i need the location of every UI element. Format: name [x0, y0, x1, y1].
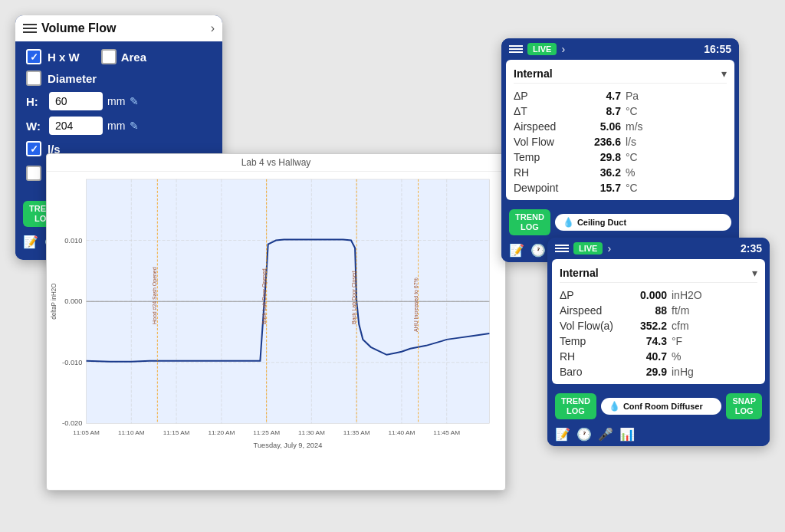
live-row-unit: °C [621, 182, 659, 194]
live-data-row: ΔT 8.7 °C [514, 103, 727, 119]
svg-text:11:45 AM: 11:45 AM [433, 429, 460, 436]
live-data-row: ΔP 0.000 inH2O [560, 287, 757, 303]
live1-dropdown-chevron-icon[interactable]: ▾ [721, 67, 727, 80]
hamburger-icon[interactable] [23, 24, 37, 33]
live1-device-tag: 💧 Ceiling Duct [555, 214, 731, 231]
chart-title: Lab 4 vs Hallway [47, 154, 505, 172]
live2-dropdown[interactable]: Internal ▾ [560, 264, 757, 283]
svg-text:Tuesday, July 9, 2024: Tuesday, July 9, 2024 [254, 442, 323, 449]
live-row-name: Temp [514, 151, 575, 163]
live-data-row: ΔP 4.7 Pa [514, 88, 727, 103]
live-row-unit: °C [621, 105, 659, 117]
live-panel-1: LIVE › 16:55 Internal ▾ ΔP 4.7 Pa ΔT 8.7… [501, 38, 739, 262]
svg-text:11:20 AM: 11:20 AM [208, 429, 235, 436]
live2-icon-row: 📝 🕐 🎤 📊 [547, 424, 770, 446]
live2-clock-icon[interactable]: 🕐 [576, 427, 592, 442]
live2-device-tag: 💧 Conf Room Diffuser [601, 398, 722, 415]
live1-data-rows: ΔP 4.7 Pa ΔT 8.7 °C Airspeed 5.06 m/s Vo… [514, 88, 727, 195]
live-row-value: 352.2 [621, 320, 667, 332]
live1-device-name: Ceiling Duct [577, 218, 626, 227]
live2-mic-icon[interactable]: 🎤 [598, 427, 613, 442]
live1-hamburger-icon[interactable] [509, 45, 523, 53]
live1-time: 16:55 [704, 43, 731, 55]
live-row-unit: inH2O [667, 289, 705, 301]
live-row-unit: cfm [667, 320, 705, 332]
live-panel-1-header: LIVE › 16:55 [501, 38, 739, 60]
hxw-checkbox[interactable] [26, 49, 41, 64]
live2-trend-log-button[interactable]: TREND LOG [555, 393, 596, 419]
live-row-unit: l/s [621, 136, 659, 148]
w-unit: mm [107, 120, 125, 132]
live-row-name: Baro [560, 366, 621, 378]
live-data-row: Dewpoint 15.7 °C [514, 180, 727, 195]
h-input[interactable] [49, 92, 103, 110]
live-row-unit: % [621, 166, 659, 179]
live-row-value: 74.3 [621, 335, 667, 347]
live1-dropdown-label: Internal [514, 67, 553, 80]
live2-chart-icon[interactable]: 📊 [619, 427, 635, 442]
w-input-row: W: mm ✎ [26, 117, 212, 135]
live1-edit-icon[interactable]: 📝 [509, 243, 524, 258]
live-data-row: Vol Flow 236.6 l/s [514, 134, 727, 149]
live-row-value: 40.7 [621, 350, 667, 363]
h-unit: mm [107, 95, 125, 107]
live1-dropdown[interactable]: Internal ▾ [514, 64, 727, 84]
live2-chevron-icon[interactable]: › [607, 242, 611, 255]
live-row-name: ΔP [560, 289, 621, 301]
live-data-row: Baro 29.9 inHg [560, 364, 757, 379]
h-input-row: H: mm ✎ [26, 92, 212, 110]
live-row-name: Vol Flow [514, 136, 575, 148]
svg-text:11:40 AM: 11:40 AM [389, 429, 415, 436]
live-row-unit: m/s [621, 120, 659, 133]
live1-chevron-icon[interactable]: › [561, 43, 565, 55]
ls-checkbox[interactable] [26, 141, 41, 156]
chart-area: 0.010 0.000 -0.010 -0.020 deltaP inH2O 1… [47, 172, 505, 469]
h-edit-icon[interactable]: ✎ [130, 95, 139, 107]
svg-text:0.000: 0.000 [64, 297, 82, 305]
hxw-label: H x W [48, 51, 80, 64]
live-row-value: 8.7 [575, 105, 621, 117]
live-panel-2: LIVE › 2:35 Internal ▾ ΔP 0.000 inH2O Ai… [547, 238, 770, 446]
live2-hamburger-icon[interactable] [555, 245, 569, 252]
live-panel-2-body: Internal ▾ ΔP 0.000 inH2O Airspeed 88 ft… [552, 259, 765, 384]
svg-text:Hood #24 Sash Opened: Hood #24 Sash Opened [152, 267, 158, 324]
area-checkbox[interactable] [101, 49, 117, 64]
svg-text:11:25 AM: 11:25 AM [253, 429, 280, 436]
live-data-row: Vol Flow(a) 352.2 cfm [560, 318, 757, 333]
live2-badge: LIVE [573, 242, 603, 255]
live-row-name: Airspeed [514, 120, 575, 133]
live-row-name: Airspeed [560, 304, 621, 317]
svg-text:0.010: 0.010 [64, 237, 82, 245]
live2-device-name: Conf Room Diffuser [623, 402, 703, 411]
live-row-unit: °C [621, 151, 659, 163]
diameter-checkbox[interactable] [26, 71, 41, 86]
live2-snap-log-button[interactable]: SNAP LOG [726, 393, 762, 419]
w-input[interactable] [49, 117, 103, 135]
live-row-name: Temp [560, 335, 621, 347]
live1-toolbar: TREND LOG 💧 Ceiling Duct [501, 205, 739, 240]
live2-dropdown-chevron-icon[interactable]: ▾ [752, 267, 757, 279]
live2-edit-icon[interactable]: 📝 [555, 427, 570, 442]
chevron-right-icon[interactable]: › [211, 21, 215, 35]
svg-text:11:05 AM: 11:05 AM [73, 429, 100, 436]
svg-text:Back Lab Door Opened: Back Lab Door Opened [261, 268, 267, 324]
live-row-name: RH [560, 350, 621, 363]
live1-clock-icon[interactable]: 🕐 [530, 243, 546, 258]
live2-device-icon: 💧 [609, 401, 620, 412]
svg-text:11:30 AM: 11:30 AM [298, 429, 325, 436]
edit-icon2[interactable]: 📝 [23, 235, 38, 249]
live-data-row: Airspeed 88 ft/m [560, 303, 757, 318]
svg-text:11:35 AM: 11:35 AM [343, 429, 370, 436]
live-data-row: Temp 29.8 °C [514, 149, 727, 165]
live-row-value: 15.7 [575, 182, 621, 194]
w-edit-icon[interactable]: ✎ [130, 120, 139, 132]
live-row-unit: inHg [667, 366, 705, 378]
m3h-checkbox[interactable] [26, 166, 41, 181]
live1-trend-log-button[interactable]: TREND LOG [509, 209, 550, 235]
volume-flow-header: Volume Flow › [15, 15, 222, 41]
live-panel-2-header: LIVE › 2:35 [547, 238, 770, 259]
live-row-value: 0.000 [621, 289, 667, 301]
h-label: H: [26, 95, 44, 108]
live-row-value: 4.7 [575, 90, 621, 102]
live-data-row: Airspeed 5.06 m/s [514, 119, 727, 134]
